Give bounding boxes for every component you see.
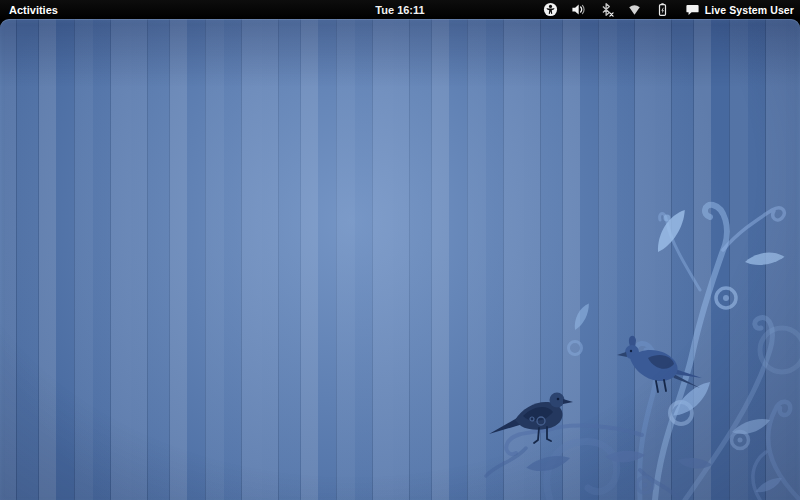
- bluetooth-status[interactable]: [599, 0, 614, 19]
- battery-status[interactable]: [655, 0, 670, 19]
- clock-label: Tue 16:11: [375, 4, 424, 16]
- volume-icon: [571, 2, 586, 17]
- battery-icon: [655, 2, 670, 17]
- top-panel: Activities Tue 16:11: [0, 0, 800, 19]
- activities-label: Activities: [9, 4, 58, 16]
- user-menu-label: Live System User: [705, 4, 794, 16]
- volume-status[interactable]: [571, 0, 586, 19]
- network-status[interactable]: [627, 0, 642, 19]
- floral-flourish-decoration: [430, 170, 800, 500]
- activities-button[interactable]: Activities: [0, 0, 68, 19]
- chat-bubble-icon: [685, 2, 700, 17]
- wifi-icon: [627, 2, 642, 17]
- user-menu[interactable]: Live System User: [685, 0, 794, 19]
- desktop-wallpaper: [0, 19, 800, 500]
- clock-button[interactable]: Tue 16:11: [375, 0, 424, 19]
- bird-dark-left: [489, 393, 573, 444]
- accessibility-icon: [543, 2, 558, 17]
- system-status-area: Live System User: [543, 0, 800, 19]
- bluetooth-disabled-icon: [599, 2, 614, 17]
- accessibility-status[interactable]: [543, 0, 558, 19]
